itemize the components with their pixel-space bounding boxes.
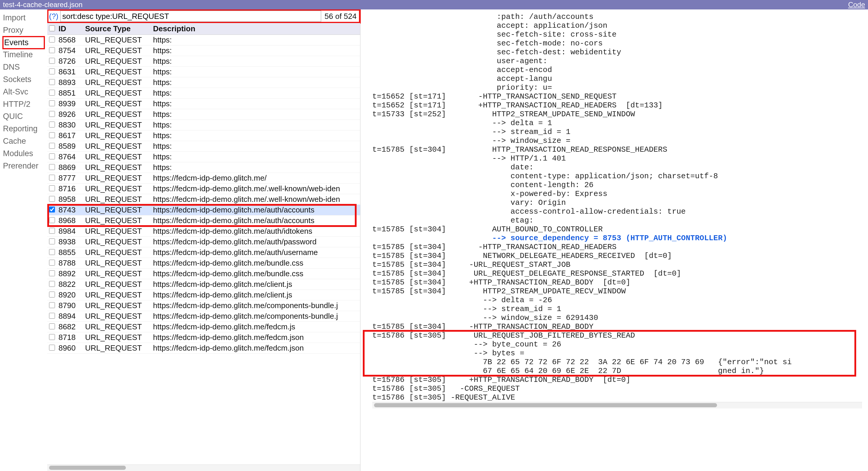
table-row[interactable]: 8716URL_REQUESThttps://fedcm-idp-demo.gl… bbox=[47, 183, 360, 194]
row-checkbox[interactable] bbox=[49, 185, 55, 191]
row-checkbox[interactable] bbox=[49, 228, 55, 234]
nav-item-events[interactable]: Events bbox=[3, 37, 44, 49]
row-checkbox[interactable] bbox=[49, 154, 55, 159]
row-checkbox-cell[interactable] bbox=[47, 322, 57, 332]
row-checkbox[interactable] bbox=[49, 143, 55, 149]
row-checkbox-cell[interactable] bbox=[47, 269, 57, 279]
row-checkbox[interactable] bbox=[49, 58, 55, 64]
table-row[interactable]: 8682URL_REQUESThttps://fedcm-idp-demo.gl… bbox=[47, 322, 360, 332]
row-checkbox[interactable] bbox=[49, 334, 55, 340]
row-checkbox-cell[interactable] bbox=[47, 258, 57, 269]
table-row[interactable]: 8743URL_REQUESThttps://fedcm-idp-demo.gl… bbox=[47, 205, 360, 215]
table-row[interactable]: 8892URL_REQUESThttps://fedcm-idp-demo.gl… bbox=[47, 269, 360, 279]
nav-item-proxy[interactable]: Proxy bbox=[3, 24, 44, 37]
detail-pane[interactable]: :path: /auth/accounts accept: applicatio… bbox=[361, 9, 868, 471]
left-hscroll-thumb[interactable] bbox=[49, 466, 126, 470]
row-checkbox-cell[interactable] bbox=[47, 247, 57, 258]
row-checkbox[interactable] bbox=[49, 217, 55, 223]
row-checkbox[interactable] bbox=[49, 313, 55, 319]
table-row[interactable]: 8855URL_REQUESThttps://fedcm-idp-demo.gl… bbox=[47, 247, 360, 258]
right-hscroll[interactable] bbox=[372, 402, 862, 408]
table-row[interactable]: 8894URL_REQUESThttps://fedcm-idp-demo.gl… bbox=[47, 311, 360, 322]
table-row[interactable]: 8777URL_REQUESThttps://fedcm-idp-demo.gl… bbox=[47, 173, 360, 183]
row-checkbox[interactable] bbox=[49, 196, 55, 202]
row-checkbox-cell[interactable] bbox=[47, 194, 57, 205]
row-checkbox-cell[interactable] bbox=[47, 311, 57, 322]
row-checkbox-cell[interactable] bbox=[47, 237, 57, 247]
table-row[interactable]: 8984URL_REQUESThttps://fedcm-idp-demo.gl… bbox=[47, 226, 360, 237]
nav-item-modules[interactable]: Modules bbox=[3, 147, 44, 160]
events-table-wrap[interactable]: ID Source Type Description 8568URL_REQUE… bbox=[47, 23, 360, 465]
row-checkbox-cell[interactable] bbox=[47, 162, 57, 173]
left-hscroll[interactable] bbox=[47, 465, 360, 471]
table-row[interactable]: 8851URL_REQUESThttps: bbox=[47, 88, 360, 99]
row-checkbox[interactable] bbox=[49, 122, 55, 128]
row-checkbox[interactable] bbox=[49, 249, 55, 255]
table-row[interactable]: 8968URL_REQUESThttps://fedcm-idp-demo.gl… bbox=[47, 215, 360, 226]
row-checkbox[interactable] bbox=[49, 68, 55, 74]
table-row[interactable]: 8830URL_REQUESThttps: bbox=[47, 120, 360, 130]
table-row[interactable]: 8960URL_REQUESThttps://fedcm-idp-demo.gl… bbox=[47, 343, 360, 354]
code-link[interactable]: Code bbox=[848, 1, 865, 9]
row-checkbox-cell[interactable] bbox=[47, 120, 57, 130]
col-type[interactable]: Source Type bbox=[83, 23, 151, 35]
row-checkbox[interactable] bbox=[49, 100, 55, 106]
nav-item-dns[interactable]: DNS bbox=[3, 61, 44, 73]
row-checkbox-cell[interactable] bbox=[47, 99, 57, 109]
row-checkbox-cell[interactable] bbox=[47, 109, 57, 120]
nav-item-reporting[interactable]: Reporting bbox=[3, 123, 44, 135]
row-checkbox-cell[interactable] bbox=[47, 215, 57, 226]
table-row[interactable]: 8893URL_REQUESThttps: bbox=[47, 77, 360, 88]
nav-item-quic[interactable]: QUIC bbox=[3, 110, 44, 123]
row-checkbox-cell[interactable] bbox=[47, 67, 57, 77]
nav-item-alt-svc[interactable]: Alt-Svc bbox=[3, 86, 44, 98]
row-checkbox-cell[interactable] bbox=[47, 130, 57, 141]
table-row[interactable]: 8926URL_REQUESThttps: bbox=[47, 109, 360, 120]
row-checkbox[interactable] bbox=[49, 132, 55, 138]
row-checkbox-cell[interactable] bbox=[47, 141, 57, 152]
row-checkbox[interactable] bbox=[49, 238, 55, 244]
row-checkbox-cell[interactable] bbox=[47, 77, 57, 88]
row-checkbox-cell[interactable] bbox=[47, 56, 57, 67]
row-checkbox-cell[interactable] bbox=[47, 226, 57, 237]
row-checkbox[interactable] bbox=[49, 37, 55, 42]
row-checkbox-cell[interactable] bbox=[47, 35, 57, 45]
row-checkbox-cell[interactable] bbox=[47, 205, 57, 215]
row-checkbox[interactable] bbox=[49, 207, 55, 212]
row-checkbox[interactable] bbox=[49, 111, 55, 117]
row-checkbox-cell[interactable] bbox=[47, 45, 57, 56]
table-row[interactable]: 8788URL_REQUESThttps://fedcm-idp-demo.gl… bbox=[47, 258, 360, 269]
nav-item-sockets[interactable]: Sockets bbox=[3, 73, 44, 86]
row-checkbox[interactable] bbox=[49, 79, 55, 85]
table-row[interactable]: 8958URL_REQUESThttps://fedcm-idp-demo.gl… bbox=[47, 194, 360, 205]
row-checkbox-cell[interactable] bbox=[47, 300, 57, 311]
row-checkbox-cell[interactable] bbox=[47, 343, 57, 354]
nav-item-cache[interactable]: Cache bbox=[3, 135, 44, 147]
row-checkbox[interactable] bbox=[49, 270, 55, 276]
table-row[interactable]: 8718URL_REQUESThttps://fedcm-idp-demo.gl… bbox=[47, 332, 360, 343]
nav-item-timeline[interactable]: Timeline bbox=[3, 49, 44, 61]
col-desc[interactable]: Description bbox=[151, 23, 360, 35]
table-row[interactable]: 8822URL_REQUESThttps://fedcm-idp-demo.gl… bbox=[47, 279, 360, 290]
row-checkbox[interactable] bbox=[49, 345, 55, 350]
nav-item-http-2[interactable]: HTTP/2 bbox=[3, 98, 44, 111]
nav-item-import[interactable]: Import bbox=[3, 12, 44, 24]
table-row[interactable]: 8631URL_REQUESThttps: bbox=[47, 67, 360, 77]
filter-input[interactable] bbox=[60, 11, 321, 22]
table-row[interactable]: 8589URL_REQUESThttps: bbox=[47, 141, 360, 152]
table-row[interactable]: 8617URL_REQUESThttps: bbox=[47, 130, 360, 141]
table-row[interactable]: 8568URL_REQUESThttps: bbox=[47, 35, 360, 45]
row-checkbox[interactable] bbox=[49, 260, 55, 266]
row-checkbox-cell[interactable] bbox=[47, 152, 57, 162]
row-checkbox[interactable] bbox=[49, 324, 55, 329]
table-row[interactable]: 8754URL_REQUESThttps: bbox=[47, 45, 360, 56]
table-row[interactable]: 8726URL_REQUESThttps: bbox=[47, 56, 360, 67]
table-row[interactable]: 8920URL_REQUESThttps://fedcm-idp-demo.gl… bbox=[47, 290, 360, 300]
nav-item-prerender[interactable]: Prerender bbox=[3, 160, 44, 172]
row-checkbox-cell[interactable] bbox=[47, 279, 57, 290]
table-row[interactable]: 8764URL_REQUESThttps: bbox=[47, 152, 360, 162]
row-checkbox[interactable] bbox=[49, 302, 55, 308]
row-checkbox-cell[interactable] bbox=[47, 332, 57, 343]
col-id[interactable]: ID bbox=[57, 23, 83, 35]
row-checkbox-cell[interactable] bbox=[47, 183, 57, 194]
